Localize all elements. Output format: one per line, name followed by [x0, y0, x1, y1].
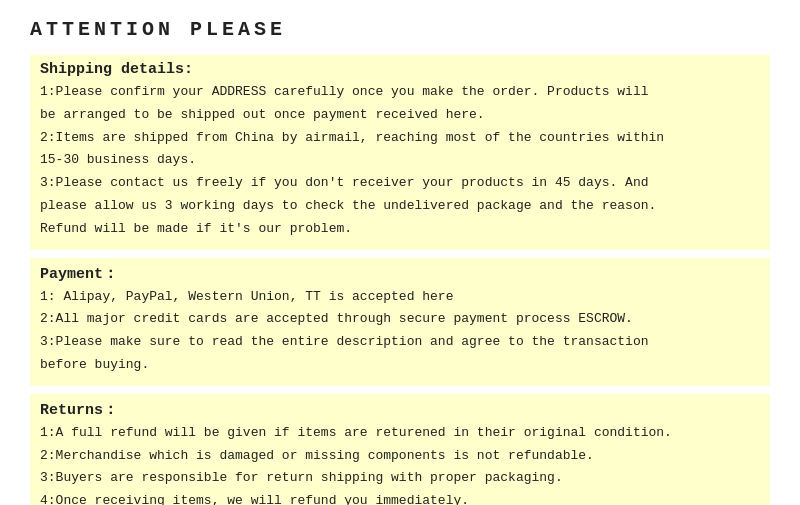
returns-item-3: 3:Buyers are responsible for return ship… — [40, 468, 760, 489]
returns-content: 1:A full refund will be given if items a… — [40, 423, 760, 505]
payment-item-3b: before buying. — [40, 355, 760, 376]
payment-item-3: 3:Please make sure to read the entire de… — [40, 332, 760, 353]
shipping-title: Shipping details: — [40, 61, 760, 78]
returns-title: Returns： — [40, 400, 760, 419]
shipping-item-3: 3:Please contact us freely if you don't … — [40, 173, 760, 194]
page-title: ATTENTION PLEASE — [30, 18, 770, 41]
returns-item-2: 2:Merchandise which is damaged or missin… — [40, 446, 760, 467]
shipping-item-2: 2:Items are shipped from China by airmai… — [40, 128, 760, 149]
returns-item-1: 1:A full refund will be given if items a… — [40, 423, 760, 444]
shipping-item-3c: Refund will be made if it's our problem. — [40, 219, 760, 240]
shipping-section: Shipping details: 1:Please confirm your … — [30, 55, 770, 250]
payment-item-1: 1: Alipay, PayPal, Western Union, TT is … — [40, 287, 760, 308]
page-container: ATTENTION PLEASE Shipping details: 1:Ple… — [0, 0, 800, 505]
returns-section: Returns： 1:A full refund will be given i… — [30, 394, 770, 505]
returns-item-4: 4:Once receiving items, we will refund y… — [40, 491, 760, 505]
payment-content: 1: Alipay, PayPal, Western Union, TT is … — [40, 287, 760, 376]
shipping-item-2b: 15-30 business days. — [40, 150, 760, 171]
shipping-content: 1:Please confirm your ADDRESS carefully … — [40, 82, 760, 240]
payment-section: Payment： 1: Alipay, PayPal, Western Unio… — [30, 258, 770, 386]
shipping-item-1b: be arranged to be shipped out once payme… — [40, 105, 760, 126]
shipping-item-1: 1:Please confirm your ADDRESS carefully … — [40, 82, 760, 103]
shipping-item-3b: please allow us 3 working days to check … — [40, 196, 760, 217]
payment-title: Payment： — [40, 264, 760, 283]
payment-item-2: 2:All major credit cards are accepted th… — [40, 309, 760, 330]
